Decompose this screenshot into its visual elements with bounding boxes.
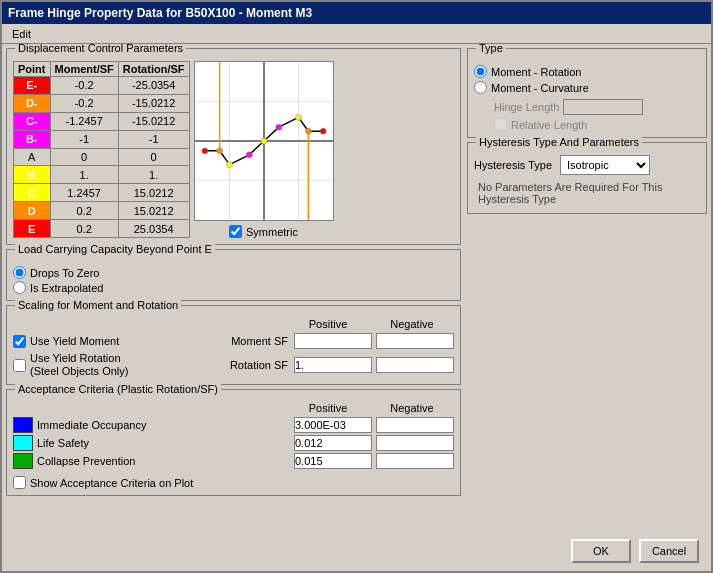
acceptance-positive-input[interactable] (294, 453, 372, 469)
relative-length-label: Relative Length (511, 119, 587, 131)
load-radio-group: Drops To Zero Is Extrapolated (13, 262, 454, 294)
acceptance-criteria-title: Acceptance Criteria (Plastic Rotation/SF… (15, 383, 221, 395)
svg-point-17 (216, 148, 222, 154)
graph-area (194, 61, 334, 221)
moment-sf-positive-input[interactable] (294, 333, 372, 349)
displacement-section: Point Moment/SF Rotation/SF E--0.2-25.03… (13, 61, 454, 238)
table-row: B (14, 166, 51, 184)
hinge-graph (195, 62, 333, 220)
acceptance-positive-header: Positive (288, 402, 368, 414)
acceptance-positive-input[interactable] (294, 435, 372, 451)
is-extrapolated-radio[interactable] (13, 281, 26, 294)
ok-button[interactable]: OK (571, 539, 631, 563)
svg-point-10 (261, 138, 267, 144)
displacement-control-group: Displacement Control Parameters Point Mo… (6, 48, 461, 245)
show-criteria-row: Show Acceptance Criteria on Plot (13, 476, 454, 489)
acceptance-header: Positive Negative (13, 402, 452, 414)
hysteresis-type-row: Hysteresis Type Isotropic Kinematic Take… (474, 155, 700, 175)
moment-rotation-label: Moment - Rotation (491, 66, 581, 78)
relative-length-checkbox[interactable] (494, 118, 507, 131)
table-row: E (14, 220, 51, 238)
scaling-title: Scaling for Moment and Rotation (15, 299, 181, 311)
hysteresis-title: Hysteresis Type And Parameters (476, 136, 642, 148)
hysteresis-type-select[interactable]: Isotropic Kinematic Takeda Pivot (560, 155, 650, 175)
table-row: E- (14, 77, 51, 95)
scaling-negative-header: Negative (372, 318, 452, 330)
title-bar: Frame Hinge Property Data for B50X100 - … (2, 2, 711, 24)
svg-point-18 (201, 148, 207, 154)
is-extrapolated-row: Is Extrapolated (13, 281, 454, 294)
load-capacity-title: Load Carrying Capacity Beyond Point E (15, 243, 215, 255)
type-title: Type (476, 44, 506, 54)
svg-point-14 (320, 128, 326, 134)
scaling-group: Scaling for Moment and Rotation Positive… (6, 305, 461, 385)
scaling-header: Positive Negative (13, 318, 452, 330)
acceptance-row: Immediate Occupancy (13, 417, 454, 433)
rotation-sf-positive-input[interactable] (294, 357, 372, 373)
table-row: A (14, 148, 51, 166)
scaling-content: Positive Negative Use Yield Moment Momen… (13, 318, 454, 378)
col-moment: Moment/SF (50, 62, 118, 77)
table-row: C- (14, 112, 51, 130)
cancel-button[interactable]: Cancel (639, 539, 699, 563)
acceptance-rows: Immediate OccupancyLife SafetyCollapse P… (13, 417, 454, 471)
rotation-sf-label: Rotation SF (230, 359, 288, 371)
table-row: D- (14, 94, 51, 112)
moment-sf-label: Moment SF (231, 335, 288, 347)
scaling-positive-header: Positive (288, 318, 368, 330)
acceptance-negative-input[interactable] (376, 453, 454, 469)
acceptance-label: Immediate Occupancy (37, 419, 290, 431)
moment-curvature-label: Moment - Curvature (491, 82, 589, 94)
acceptance-color-swatch (13, 453, 33, 469)
hysteresis-type-label: Hysteresis Type (474, 159, 552, 171)
hinge-length-row: Hinge Length (474, 99, 700, 115)
symmetric-label: Symmetric (246, 226, 298, 238)
moment-rotation-radio[interactable] (474, 65, 487, 78)
table-row: B- (14, 130, 51, 148)
hinge-length-label: Hinge Length (494, 101, 559, 113)
window-title: Frame Hinge Property Data for B50X100 - … (8, 6, 312, 20)
main-window: Frame Hinge Property Data for B50X100 - … (0, 0, 713, 573)
acceptance-positive-input[interactable] (294, 417, 372, 433)
symmetric-checkbox[interactable] (229, 225, 242, 238)
relative-length-row: Relative Length (474, 118, 700, 131)
svg-point-16 (226, 162, 232, 168)
use-yield-moment-checkbox[interactable] (13, 335, 26, 348)
scaling-moment-row: Use Yield Moment Moment SF (13, 333, 454, 349)
acceptance-row: Collapse Prevention (13, 453, 454, 469)
load-capacity-group: Load Carrying Capacity Beyond Point E Dr… (6, 249, 461, 301)
menu-edit[interactable]: Edit (6, 27, 37, 41)
svg-point-11 (275, 124, 281, 130)
moment-sf-negative-input[interactable] (376, 333, 454, 349)
type-radio-group: Moment - Rotation Moment - Curvature Hin… (474, 61, 700, 131)
moment-rotation-row: Moment - Rotation (474, 65, 700, 78)
drops-to-zero-radio[interactable] (13, 266, 26, 279)
acceptance-negative-input[interactable] (376, 435, 454, 451)
acceptance-negative-input[interactable] (376, 417, 454, 433)
hysteresis-section: Hysteresis Type Isotropic Kinematic Take… (474, 155, 700, 207)
rotation-sf-negative-input[interactable] (376, 357, 454, 373)
is-extrapolated-label: Is Extrapolated (30, 282, 103, 294)
table-row: D (14, 202, 51, 220)
moment-curvature-row: Moment - Curvature (474, 81, 700, 94)
table-row: C (14, 184, 51, 202)
hysteresis-note: No Parameters Are Required For This Hyst… (474, 179, 700, 207)
hinge-length-input[interactable] (563, 99, 643, 115)
acceptance-label: Life Safety (37, 437, 290, 449)
left-panel: Displacement Control Parameters Point Mo… (6, 48, 461, 567)
acceptance-label: Collapse Prevention (37, 455, 290, 467)
moment-curvature-radio[interactable] (474, 81, 487, 94)
acceptance-content: Positive Negative Immediate OccupancyLif… (13, 402, 454, 489)
use-yield-rotation-checkbox[interactable] (13, 359, 26, 372)
acceptance-color-swatch (13, 417, 33, 433)
use-yield-moment-label: Use Yield Moment (30, 335, 227, 347)
scaling-rotation-row: Use Yield Rotation(Steel Objects Only) R… (13, 352, 454, 378)
drops-to-zero-row: Drops To Zero (13, 266, 454, 279)
menu-bar: Edit (2, 24, 711, 44)
hinge-table: Point Moment/SF Rotation/SF E--0.2-25.03… (13, 61, 190, 238)
show-criteria-checkbox[interactable] (13, 476, 26, 489)
acceptance-color-swatch (13, 435, 33, 451)
acceptance-criteria-group: Acceptance Criteria (Plastic Rotation/SF… (6, 389, 461, 496)
displacement-control-title: Displacement Control Parameters (15, 44, 186, 54)
show-criteria-label: Show Acceptance Criteria on Plot (30, 477, 193, 489)
